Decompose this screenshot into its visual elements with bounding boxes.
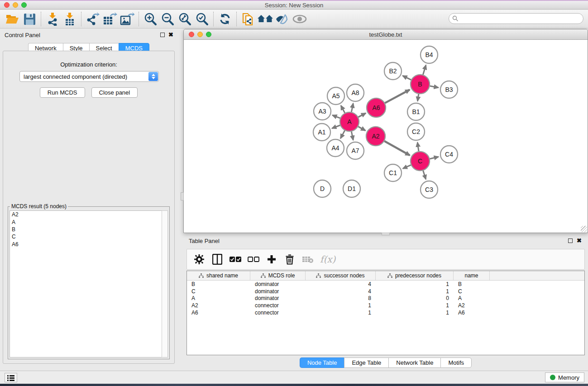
edge-B-B2[interactable] (403, 76, 411, 80)
node-A[interactable]: A (340, 112, 359, 131)
table-float-panel-icon[interactable] (568, 238, 573, 243)
select-all-icon[interactable] (228, 252, 243, 267)
import-network-icon[interactable] (44, 11, 61, 27)
run-mcds-button[interactable]: Run MCDS (40, 87, 85, 98)
edge-A-A2[interactable] (358, 127, 365, 131)
clone-network-icon[interactable] (239, 11, 257, 27)
edge-A-A3[interactable] (332, 115, 340, 119)
edge-C-C3[interactable] (423, 171, 426, 179)
show-hide-eye-icon[interactable] (291, 11, 308, 27)
edge-B-B3[interactable] (430, 86, 439, 88)
import-table-icon[interactable] (61, 11, 78, 27)
node-B3[interactable]: B3 (440, 81, 458, 98)
node-B2[interactable]: B2 (384, 62, 402, 80)
node-A3[interactable]: A3 (314, 103, 331, 120)
edge-B-B4[interactable] (423, 65, 425, 75)
edge-C-C1[interactable] (403, 165, 411, 169)
mcds-result-list[interactable]: A2ABCA6 (10, 210, 163, 357)
node-A4[interactable]: A4 (327, 139, 344, 157)
column-header-shared-name[interactable]: shared name (187, 271, 250, 280)
node-C1[interactable]: C1 (384, 164, 402, 181)
mcds-result-item[interactable]: A (10, 218, 162, 225)
node-A6[interactable]: A6 (367, 98, 386, 117)
zoom-selected-icon[interactable] (193, 11, 210, 27)
search-input[interactable] (449, 13, 583, 24)
table-row[interactable]: Adominator80A (187, 295, 584, 302)
node-C3[interactable]: C3 (421, 181, 438, 198)
mcds-result-item[interactable]: A2 (10, 211, 162, 218)
edge-A2-C[interactable] (384, 141, 410, 156)
search-field[interactable] (449, 13, 583, 24)
export-network-icon[interactable] (84, 11, 101, 27)
column-header-name[interactable]: name (454, 271, 490, 280)
table-row[interactable]: A6connector11A6 (187, 309, 584, 316)
edge-A-A4[interactable] (340, 130, 344, 138)
zoom-out-icon[interactable] (159, 11, 176, 27)
mcds-result-item[interactable]: A6 (10, 241, 162, 248)
node-table[interactable]: shared nameMCDS rolesuccessor nodesprede… (186, 271, 585, 355)
export-image-icon[interactable] (119, 11, 136, 27)
edge-A-A7[interactable] (351, 132, 353, 140)
edge-B-B1[interactable] (418, 94, 419, 101)
gear-icon[interactable] (191, 252, 207, 267)
tab-motifs[interactable]: Motifs (440, 357, 472, 368)
edge-A-A6[interactable] (358, 113, 366, 117)
close-panel-button[interactable]: Close panel (91, 87, 138, 98)
edge-A-A8[interactable] (351, 104, 353, 112)
tab-edge-table[interactable]: Edge Table (344, 357, 388, 368)
node-A8[interactable]: A8 (347, 84, 364, 101)
table-row[interactable]: Cdominator41C (187, 288, 584, 295)
node-A7[interactable]: A7 (347, 142, 364, 159)
memory-button[interactable]: Memory (545, 372, 584, 382)
column-layout-icon[interactable] (210, 252, 225, 267)
mcds-result-scrollbar[interactable] (162, 210, 168, 357)
node-A5[interactable]: A5 (327, 87, 344, 105)
delete-table-icon[interactable] (300, 252, 316, 267)
refresh-icon[interactable] (216, 11, 234, 27)
node-D1[interactable]: D1 (343, 180, 360, 197)
table-row[interactable]: Bdominator41B (187, 281, 584, 288)
node-A2[interactable]: A2 (366, 127, 385, 146)
zoom-fit-icon[interactable] (176, 11, 193, 27)
save-icon[interactable] (21, 11, 38, 27)
zoom-in-icon[interactable] (142, 11, 159, 27)
edge-A-A5[interactable] (341, 105, 345, 113)
node-A1[interactable]: A1 (313, 124, 330, 141)
float-panel-icon[interactable] (160, 33, 165, 37)
task-history-icon[interactable] (5, 373, 17, 382)
node-D[interactable]: D (314, 180, 331, 197)
table-close-panel-icon[interactable]: ✖ (577, 237, 582, 244)
column-header-MCDS-role[interactable]: MCDS role (250, 271, 306, 280)
table-row[interactable]: A2connector11A2 (187, 302, 584, 309)
close-panel-icon[interactable]: ✖ (168, 31, 173, 38)
node-C2[interactable]: C2 (407, 123, 425, 140)
horizontal-splitter-handle[interactable] (382, 233, 390, 235)
node-B[interactable]: B (411, 75, 430, 94)
column-header-predecessor-nodes[interactable]: predecessor nodes (376, 271, 454, 280)
add-icon[interactable] (264, 252, 279, 267)
open-folder-icon[interactable] (4, 11, 21, 27)
export-table-icon[interactable] (101, 11, 119, 27)
node-C[interactable]: C (411, 152, 430, 171)
mcds-result-item[interactable]: B (10, 226, 162, 233)
tab-network-table[interactable]: Network Table (388, 357, 440, 368)
network-window-titlebar[interactable]: testGlobe.txt (184, 29, 588, 40)
column-header-successor-nodes[interactable]: successor nodes (306, 271, 376, 280)
deselect-all-icon[interactable] (246, 252, 261, 267)
tab-node-table[interactable]: Node Table (300, 357, 344, 368)
node-C4[interactable]: C4 (440, 146, 458, 163)
vertical-splitter-handle[interactable] (181, 192, 184, 200)
edge-A6-B[interactable] (385, 90, 410, 103)
edge-A-A1[interactable] (332, 125, 340, 129)
node-B1[interactable]: B1 (407, 103, 425, 120)
home-icon[interactable] (257, 11, 274, 27)
resize-grip-icon[interactable] (581, 226, 587, 232)
criterion-select[interactable]: largest connected component (directed) (19, 71, 159, 82)
function-builder-icon[interactable]: f(x) (320, 254, 335, 265)
trash-icon[interactable] (282, 252, 297, 267)
edge-C-C2[interactable] (417, 143, 419, 151)
style-eye-icon[interactable] (274, 11, 291, 27)
node-B4[interactable]: B4 (421, 46, 438, 63)
edge-C-C4[interactable] (430, 157, 438, 159)
network-canvas[interactable]: B4B2BB3A8A5A6A3B1AC2A1A2A4A7C4CC1DC3D1 (184, 40, 587, 233)
